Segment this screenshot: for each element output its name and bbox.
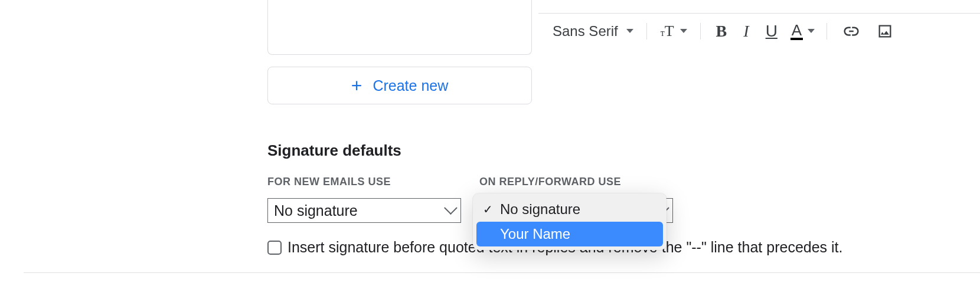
image-icon bbox=[877, 23, 893, 40]
create-new-label: Create new bbox=[373, 77, 448, 94]
chevron-down-icon bbox=[680, 29, 687, 33]
dropdown-option-label: Your Name bbox=[500, 226, 570, 242]
toolbar-divider bbox=[646, 23, 647, 40]
signature-defaults-heading: Signature defaults bbox=[267, 142, 401, 160]
bold-button[interactable]: B bbox=[708, 14, 736, 48]
text-color-button[interactable]: A bbox=[786, 22, 819, 40]
create-new-signature-button[interactable]: + Create new bbox=[267, 67, 532, 104]
italic-button[interactable]: I bbox=[735, 14, 757, 48]
toolbar-divider bbox=[827, 23, 827, 40]
toolbar-divider bbox=[700, 23, 701, 40]
font-size-button[interactable]: тT bbox=[654, 14, 693, 49]
insert-before-quote-checkbox[interactable] bbox=[267, 241, 282, 255]
for-new-emails-label: FOR NEW EMAILS USE bbox=[267, 176, 391, 188]
dropdown-option-no-signature[interactable]: ✓ No signature bbox=[476, 197, 663, 222]
underline-button[interactable]: U bbox=[757, 14, 786, 48]
font-size-icon: тT bbox=[660, 22, 674, 40]
font-family-select[interactable]: Sans Serif bbox=[547, 14, 639, 49]
dropdown-option-label: No signature bbox=[500, 201, 580, 218]
chevron-down-icon bbox=[808, 29, 815, 33]
insert-link-button[interactable] bbox=[834, 14, 868, 48]
signature-list-panel bbox=[267, 0, 532, 55]
section-divider bbox=[24, 272, 980, 273]
text-color-icon: A bbox=[790, 22, 803, 40]
check-icon: ✓ bbox=[481, 202, 494, 216]
signature-dropdown-menu: ✓ No signature Your Name bbox=[473, 193, 667, 250]
signature-editor-toolbar: Sans Serif тT B I U A bbox=[538, 13, 980, 48]
on-reply-forward-label: ON REPLY/FORWARD USE bbox=[479, 176, 621, 188]
for-new-emails-select[interactable]: No signature bbox=[267, 198, 461, 223]
plus-icon: + bbox=[351, 76, 362, 95]
font-family-label: Sans Serif bbox=[553, 23, 618, 40]
link-icon bbox=[842, 22, 860, 40]
for-new-emails-value: No signature bbox=[274, 202, 358, 219]
insert-image-button[interactable] bbox=[868, 14, 901, 48]
dropdown-option-your-name[interactable]: Your Name bbox=[476, 222, 663, 246]
chevron-down-icon bbox=[626, 29, 633, 33]
